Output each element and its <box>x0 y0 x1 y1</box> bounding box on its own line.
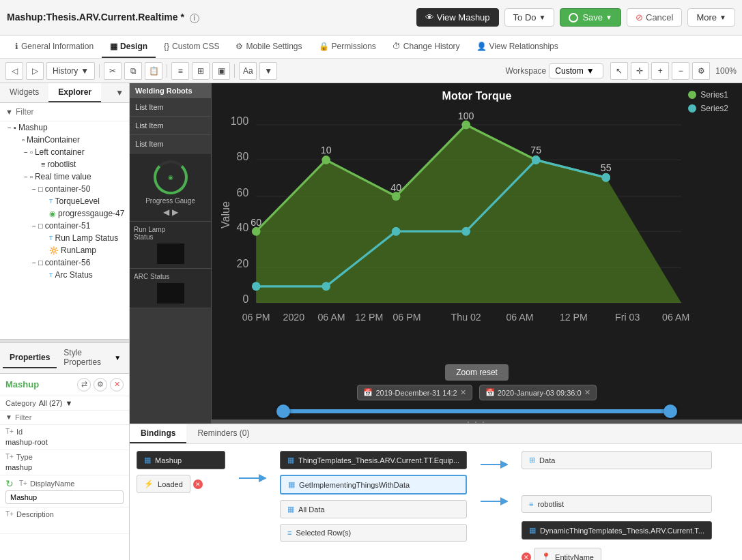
layout-button[interactable]: ▣ <box>212 62 230 80</box>
history-dropdown[interactable]: History ▼ <box>46 62 95 80</box>
scroll-left-icon[interactable]: ◀ <box>163 207 169 217</box>
mobile-icon: ⚙ <box>236 42 243 51</box>
tab-general[interactable]: ℹ General Information <box>7 36 102 58</box>
cursor-tool[interactable]: ↖ <box>610 62 628 80</box>
widget-list-item-1[interactable]: List Item <box>130 117 211 135</box>
remove-entity-button[interactable]: ✕ <box>522 552 531 561</box>
run-lamp-widget[interactable]: Run LampStatus <box>130 222 211 269</box>
tab-explorer[interactable]: Explorer <box>48 83 101 102</box>
close-icon[interactable]: ✕ <box>110 378 124 392</box>
tab-permissions[interactable]: 🔒 Permissions <box>311 36 384 58</box>
add-button[interactable]: + <box>651 62 669 80</box>
binding-node-alldata[interactable]: ▦ All Data <box>280 500 467 518</box>
binding-node-entityname[interactable]: 📍 EntityName <box>534 548 601 560</box>
type-icon: T+ <box>5 453 14 460</box>
cut-button[interactable]: ✂ <box>104 62 122 80</box>
toggle-icon[interactable]: − <box>22 149 30 156</box>
time-slider[interactable] <box>278 404 676 418</box>
align-button[interactable]: ≡ <box>171 62 189 80</box>
scroll-right-icon[interactable]: ▶ <box>172 207 178 217</box>
gear-icon[interactable]: ⚙ <box>94 378 107 392</box>
category-dropdown[interactable]: All (27) ▼ <box>39 399 73 407</box>
svg-marker-13 <box>256 125 681 303</box>
slider-thumb-right[interactable] <box>663 404 677 418</box>
tree-item-arcstatus[interactable]: T Arc Status <box>0 269 129 281</box>
tab-mobile[interactable]: ⚙ Mobile Settings <box>227 36 310 58</box>
tab-properties[interactable]: Properties <box>3 348 57 368</box>
toggle-icon[interactable]: − <box>30 186 38 193</box>
tab-design[interactable]: ▦ Design <box>102 36 156 58</box>
binding-node-loaded[interactable]: ⚡ Loaded <box>137 475 190 493</box>
panel-expand-arrow[interactable]: ▼ <box>110 83 129 102</box>
crosshair-tool[interactable]: ✛ <box>631 62 648 80</box>
tree-item-maincontainer[interactable]: ▫ MainContainer <box>0 134 129 146</box>
tree-item-robotlist[interactable]: ≡ robotlist <box>0 158 129 171</box>
workspace-dropdown[interactable]: Custom ▼ <box>549 63 603 78</box>
widget-list-item-2[interactable]: List Item <box>130 135 211 153</box>
minus-button[interactable]: − <box>672 62 689 80</box>
toggle-icon[interactable]: − <box>5 124 14 132</box>
tab-widgets[interactable]: Widgets <box>0 83 48 102</box>
tab-reminders[interactable]: Reminders (0) <box>186 424 260 443</box>
remove-loaded-button[interactable]: ✕ <box>193 480 203 489</box>
toggle-icon[interactable]: − <box>30 259 38 267</box>
close-date2-button[interactable]: ✕ <box>584 388 590 397</box>
close-date1-button[interactable]: ✕ <box>460 388 466 397</box>
progress-gauge-widget[interactable]: ◉ Progress Gauge ◀ ▶ <box>130 153 211 222</box>
separator <box>99 64 100 78</box>
tree-item-runlampstatus[interactable]: T Run Lamp Status <box>0 232 129 244</box>
save-button[interactable]: Save ▼ <box>560 8 621 27</box>
tab-view-relationships[interactable]: 👤 View Relationships <box>468 36 567 58</box>
share-icon[interactable]: ⇄ <box>77 378 91 392</box>
text-format-button[interactable]: Aa <box>239 62 257 80</box>
displayname-input[interactable] <box>5 490 124 504</box>
undo-button[interactable]: ◁ <box>5 62 23 80</box>
paste-button[interactable]: 📋 <box>145 62 162 80</box>
tree-item-progressgauge[interactable]: ◉ progressgauge-47 <box>0 207 129 220</box>
tab-change-history[interactable]: ⏱ Change History <box>384 36 468 58</box>
tree-item-container51[interactable]: − □ container-51 <box>0 220 129 232</box>
tree-item-realtimevalue[interactable]: − ▫ Real time value <box>0 171 129 183</box>
tree-item-container50[interactable]: − □ container-50 <box>0 183 129 195</box>
tab-bindings[interactable]: Bindings <box>130 424 186 443</box>
tree-item-torquelevel[interactable]: T TorqueLevel <box>0 195 129 207</box>
arc-status-widget[interactable]: ARC Status <box>130 269 211 308</box>
view-mashup-button[interactable]: 👁 View Mashup <box>416 8 499 27</box>
binding-node-selectedrows[interactable]: ≡ Selected Row(s) <box>280 524 467 542</box>
tab-style-properties[interactable]: Style Properties <box>57 343 109 373</box>
binding-node-data[interactable]: ⊞ Data <box>522 451 712 469</box>
todo-button[interactable]: To Do ▼ <box>504 8 555 27</box>
copy-button[interactable]: ⧉ <box>124 62 142 80</box>
tree-item-mashup[interactable]: − ▪ Mashup <box>0 121 129 134</box>
zoom-reset-button[interactable]: Zoom reset <box>445 364 509 381</box>
info-icon[interactable]: i <box>190 14 199 23</box>
tree-item-leftcontainer[interactable]: − ▫ Left container <box>0 146 129 158</box>
slider-thumb-left[interactable] <box>276 404 290 418</box>
binding-node-robotlist[interactable]: ≡ robotlist <box>522 495 712 513</box>
binding-node-thing-template[interactable]: ▦ ThingTemplates_Thesis.ARV.Current.TT.E… <box>280 451 467 469</box>
tab-custom-css[interactable]: {} Custom CSS <box>156 36 227 58</box>
svg-point-27 <box>322 282 330 291</box>
refresh-icon[interactable]: ↻ <box>5 478 14 489</box>
more-button[interactable]: More ▼ <box>687 8 735 27</box>
chevron-down-button[interactable]: ▼ <box>259 62 277 80</box>
canvas-resize-handle[interactable]: • • • <box>212 419 742 424</box>
props-filter-input[interactable] <box>15 413 124 422</box>
binding-node-mashup[interactable]: ▦ Mashup <box>137 451 225 469</box>
tree-item-runlamp[interactable]: 🔆 RunLamp <box>0 244 129 256</box>
explorer-filter-input[interactable] <box>16 107 124 117</box>
cancel-button[interactable]: ⊘ Cancel <box>627 8 682 27</box>
binding-node-service[interactable]: ▦ GetImplementingThingsWithData <box>280 475 467 495</box>
service-icon: ▦ <box>288 480 295 489</box>
canvas-viewport[interactable]: Motor Torque Series1 Series2 <box>212 83 742 424</box>
props-panel-arrow[interactable]: ▼ <box>109 350 126 366</box>
widget-list-item-0[interactable]: List Item <box>130 98 211 117</box>
toggle-icon[interactable]: − <box>22 173 30 181</box>
redo-button[interactable]: ▷ <box>26 62 44 80</box>
tree-item-container56[interactable]: − □ container-56 <box>0 256 129 269</box>
grid-button[interactable]: ⊞ <box>192 62 210 80</box>
settings-button[interactable]: ⚙ <box>692 62 710 80</box>
toggle-icon[interactable]: − <box>30 222 38 230</box>
container-icon: ▫ <box>30 148 33 156</box>
binding-node-dynamic-thing[interactable]: ▦ DynamicThingTemplates_Thesis.ARV.Curre… <box>522 521 712 540</box>
